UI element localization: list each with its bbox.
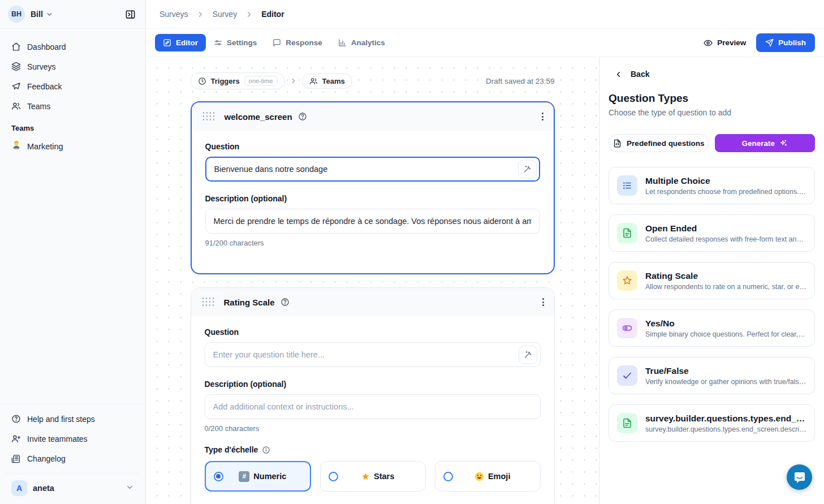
sidebar-header: BH Bill bbox=[0, 0, 145, 29]
tab-editor[interactable]: Editor bbox=[155, 34, 206, 51]
question-card-rating-scale[interactable]: Rating Scale Question bbox=[191, 287, 555, 504]
predefined-questions-button[interactable]: Predefined questions bbox=[609, 134, 709, 152]
help-circle-icon[interactable] bbox=[281, 298, 290, 307]
scale-type-label: Type d'échelle bbox=[205, 445, 541, 454]
predefined-questions-label: Predefined questions bbox=[627, 139, 704, 148]
publish-button[interactable]: Publish bbox=[756, 33, 815, 52]
sidebar-item-surveys[interactable]: Surveys bbox=[6, 57, 140, 76]
account-menu[interactable]: A aneta bbox=[6, 473, 140, 504]
card-menu-button[interactable] bbox=[542, 298, 544, 306]
question-type-description: Allow respondents to rate on a numeric, … bbox=[645, 283, 806, 291]
breadcrumb-editor: Editor bbox=[261, 10, 284, 19]
eye-icon bbox=[704, 38, 713, 48]
chat-launcher-button[interactable] bbox=[787, 464, 812, 490]
question-title-input[interactable] bbox=[205, 342, 541, 367]
draft-status: Draft saved at 23:59 bbox=[486, 77, 555, 85]
question-type-rating-scale[interactable]: Rating Scale Allow respondents to rate o… bbox=[609, 262, 815, 299]
sidebar-item-label: Changelog bbox=[27, 454, 66, 463]
send-icon bbox=[765, 38, 774, 47]
team-name: Marketing bbox=[27, 142, 63, 151]
question-label: Question bbox=[205, 328, 541, 337]
scale-option-label: Emoji bbox=[488, 472, 510, 481]
question-type-open-ended[interactable]: Open Ended Collect detailed responses wi… bbox=[609, 214, 815, 252]
drag-handle-icon[interactable] bbox=[202, 298, 215, 307]
bar-chart-icon bbox=[338, 38, 347, 47]
ai-rewrite-button[interactable] bbox=[518, 160, 537, 179]
question-type-description: Simple binary choice questions. Perfect … bbox=[645, 330, 806, 338]
help-circle-icon[interactable] bbox=[298, 112, 307, 121]
question-type-true-false[interactable]: True/False Verify knowledge or gather op… bbox=[609, 357, 815, 394]
question-label: Question bbox=[205, 142, 540, 151]
preview-button[interactable]: Preview bbox=[704, 38, 746, 48]
scale-option-stars[interactable]: ★ Stars bbox=[320, 461, 426, 492]
trigger-frequency-badge: one-time bbox=[244, 76, 278, 86]
question-type-name: Yes/No bbox=[645, 318, 806, 329]
card-menu-button[interactable] bbox=[542, 113, 543, 120]
sidebar-item-feedback[interactable]: Feedback bbox=[6, 76, 140, 96]
question-title-input[interactable] bbox=[205, 157, 540, 182]
teams-chip[interactable]: Teams bbox=[302, 74, 352, 89]
panel-subtitle: Choose the type of question to add bbox=[609, 108, 815, 117]
scale-option-label: Numeric bbox=[253, 472, 286, 481]
chevron-right-icon bbox=[245, 10, 253, 19]
question-type-end-screen[interactable]: survey.builder.questions.types.end_scr..… bbox=[609, 404, 815, 442]
tab-settings[interactable]: Settings bbox=[206, 34, 265, 51]
scale-option-numeric[interactable]: # Numeric bbox=[205, 461, 312, 492]
radio-unchecked-icon bbox=[329, 472, 338, 481]
sidebar-item-help[interactable]: Help and first steps bbox=[6, 409, 140, 429]
breadcrumb-surveys[interactable]: Surveys bbox=[159, 10, 188, 19]
back-button[interactable]: Back bbox=[609, 70, 815, 79]
scale-option-label: Stars bbox=[374, 472, 394, 481]
tab-analytics[interactable]: Analytics bbox=[330, 34, 393, 51]
question-description-input[interactable] bbox=[205, 394, 541, 419]
sidebar-item-dashboard[interactable]: Dashboard bbox=[6, 37, 140, 57]
file-text-icon bbox=[617, 413, 637, 433]
question-description-input[interactable] bbox=[205, 209, 540, 234]
edit-icon bbox=[163, 38, 171, 47]
question-type-name: survey.builder.questions.types.end_scr..… bbox=[645, 413, 806, 424]
breadcrumb-survey[interactable]: Survey bbox=[213, 10, 238, 19]
scale-option-emoji[interactable]: Emoji bbox=[435, 461, 541, 492]
breadcrumb: Surveys Survey Editor bbox=[146, 0, 824, 29]
survey-editor-app: BH Bill Dashboard Surveys Feedback bbox=[0, 0, 824, 504]
question-type-yes-no[interactable]: Yes/No Simple binary choice questions. P… bbox=[609, 309, 815, 347]
drag-handle-icon[interactable] bbox=[203, 112, 215, 121]
question-type-description: Collect detailed responses with free-for… bbox=[645, 235, 806, 243]
question-type-multiple-choice[interactable]: Multiple Choice Let respondents choose f… bbox=[609, 167, 815, 204]
description-label: Description (optional) bbox=[205, 380, 541, 389]
workspace-switcher[interactable]: Bill bbox=[31, 10, 53, 19]
question-type-name: True/False bbox=[645, 366, 806, 376]
tab-label: Editor bbox=[176, 38, 198, 47]
newspaper-icon bbox=[11, 454, 21, 463]
megaphone-icon bbox=[11, 81, 21, 91]
sidebar-item-teams[interactable]: Teams bbox=[6, 96, 140, 116]
panel-collapse-icon bbox=[125, 9, 136, 20]
editor-toolbar: Editor Settings Response Analytics Previ… bbox=[146, 29, 824, 57]
layers-icon bbox=[11, 62, 21, 71]
clock-icon bbox=[198, 77, 206, 85]
star-icon bbox=[617, 270, 637, 291]
list-icon bbox=[617, 175, 637, 196]
sidebar-item-label: Teams bbox=[27, 102, 50, 111]
ai-rewrite-button[interactable] bbox=[519, 346, 537, 364]
triggers-chip[interactable]: Triggers one-time bbox=[191, 72, 285, 89]
sidebar-item-invite[interactable]: Invite teammates bbox=[6, 429, 140, 449]
sidebar-collapse-button[interactable] bbox=[122, 6, 139, 23]
description-label: Description (optional) bbox=[205, 194, 540, 203]
tab-response[interactable]: Response bbox=[265, 34, 330, 51]
scale-type-label-text: Type d'échelle bbox=[205, 445, 258, 454]
message-square-icon bbox=[273, 38, 281, 47]
question-types-panel: Back Question Types Choose the type of q… bbox=[599, 57, 824, 504]
sidebar-team-marketing[interactable]: Marketing bbox=[6, 136, 140, 157]
sidebar-item-changelog[interactable]: Changelog bbox=[6, 449, 140, 468]
survey-flow-bar: Triggers one-time Teams Draft saved at 2… bbox=[191, 72, 555, 89]
question-card-welcome-screen[interactable]: welcome_screen Question bbox=[191, 101, 555, 274]
question-type-name: Rating Scale bbox=[645, 271, 806, 281]
question-card-title: Rating Scale bbox=[224, 298, 275, 307]
users-icon bbox=[309, 77, 318, 85]
smiley-emoji-icon bbox=[474, 472, 484, 481]
generate-button[interactable]: Generate bbox=[715, 134, 816, 152]
question-type-description: Verify knowledge or gather opinions with… bbox=[645, 378, 806, 386]
tab-label: Response bbox=[286, 38, 322, 47]
sidebar-item-label: Help and first steps bbox=[27, 415, 95, 424]
